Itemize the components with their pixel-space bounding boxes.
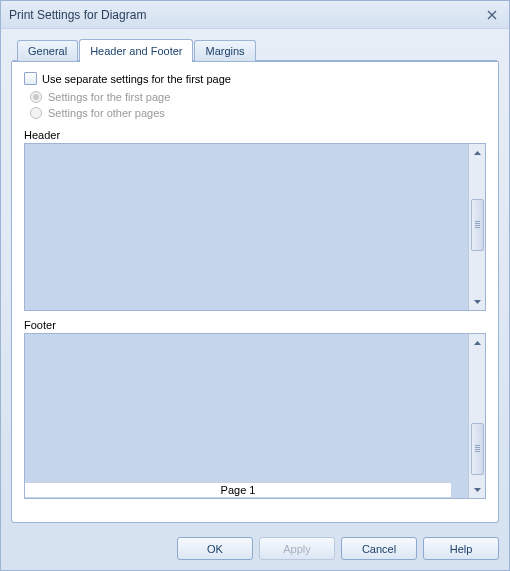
scroll-track[interactable] bbox=[471, 161, 484, 293]
use-separate-label: Use separate settings for the first page bbox=[42, 73, 231, 85]
header-canvas[interactable] bbox=[25, 144, 468, 310]
settings-first-label: Settings for the first page bbox=[48, 91, 170, 103]
settings-other-row: Settings for other pages bbox=[30, 107, 486, 119]
help-button[interactable]: Help bbox=[423, 537, 499, 560]
footer-page-indicator: Page 1 bbox=[25, 482, 451, 497]
scroll-down-icon[interactable] bbox=[471, 483, 484, 496]
footer-label: Footer bbox=[24, 319, 486, 331]
tabstrip: General Header and Footer Margins bbox=[11, 37, 499, 61]
apply-button: Apply bbox=[259, 537, 335, 560]
window-title: Print Settings for Diagram bbox=[9, 8, 483, 22]
scroll-thumb[interactable] bbox=[471, 199, 484, 251]
header-label: Header bbox=[24, 129, 486, 141]
button-row: OK Apply Cancel Help bbox=[1, 529, 509, 570]
apply-label: Apply bbox=[283, 543, 311, 555]
header-scrollbar[interactable] bbox=[468, 144, 485, 310]
settings-first-radio bbox=[30, 91, 42, 103]
scroll-up-icon[interactable] bbox=[471, 336, 484, 349]
footer-editor[interactable]: Page 1 bbox=[24, 333, 486, 499]
tab-margins[interactable]: Margins bbox=[194, 40, 255, 61]
settings-first-row: Settings for the first page bbox=[30, 91, 486, 103]
scroll-down-icon[interactable] bbox=[471, 295, 484, 308]
titlebar: Print Settings for Diagram bbox=[1, 1, 509, 29]
tab-general[interactable]: General bbox=[17, 40, 78, 61]
tab-general-label: General bbox=[28, 45, 67, 57]
cancel-label: Cancel bbox=[362, 543, 396, 555]
header-editor[interactable] bbox=[24, 143, 486, 311]
scroll-up-icon[interactable] bbox=[471, 146, 484, 159]
scroll-track[interactable] bbox=[471, 351, 484, 481]
use-separate-row: Use separate settings for the first page bbox=[24, 72, 486, 85]
tab-panel: Use separate settings for the first page… bbox=[11, 60, 499, 523]
dialog-window: Print Settings for Diagram General Heade… bbox=[0, 0, 510, 571]
settings-other-label: Settings for other pages bbox=[48, 107, 165, 119]
footer-scrollbar[interactable] bbox=[468, 334, 485, 498]
tab-content: Use separate settings for the first page… bbox=[12, 61, 498, 522]
use-separate-checkbox[interactable] bbox=[24, 72, 37, 85]
tab-header-footer[interactable]: Header and Footer bbox=[79, 39, 193, 62]
settings-other-radio bbox=[30, 107, 42, 119]
scroll-thumb[interactable] bbox=[471, 423, 484, 475]
ok-label: OK bbox=[207, 543, 223, 555]
cancel-button[interactable]: Cancel bbox=[341, 537, 417, 560]
footer-canvas[interactable]: Page 1 bbox=[25, 334, 468, 498]
tab-header-footer-label: Header and Footer bbox=[90, 45, 182, 57]
ok-button[interactable]: OK bbox=[177, 537, 253, 560]
tab-margins-label: Margins bbox=[205, 45, 244, 57]
dialog-body: General Header and Footer Margins Use se… bbox=[1, 29, 509, 529]
close-icon[interactable] bbox=[483, 8, 501, 22]
help-label: Help bbox=[450, 543, 473, 555]
